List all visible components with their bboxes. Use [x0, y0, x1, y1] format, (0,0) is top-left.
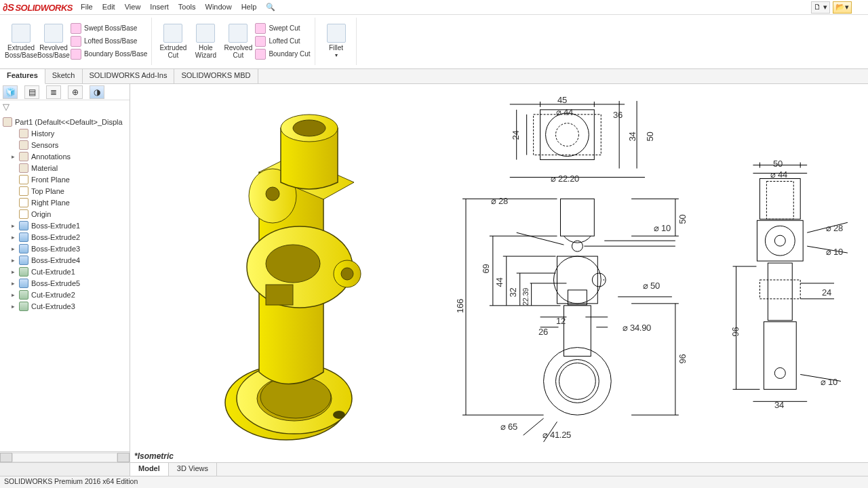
- svg-rect-28: [557, 256, 598, 304]
- svg-point-16: [546, 113, 589, 157]
- lofted-cut-button[interactable]: Lofted Cut: [255, 36, 310, 47]
- svg-point-69: [774, 235, 785, 246]
- tree-item-icon: [19, 232, 28, 242]
- tree-item-icon: [19, 244, 28, 253]
- tree-item[interactable]: ▸Boss-Extrude2: [9, 231, 127, 243]
- ribbon-group-cut: Extruded Cut Hole Wizard Revolved Cut Sw…: [153, 18, 315, 65]
- dim-front-44: 44: [494, 278, 505, 287]
- dim-top-36: 36: [613, 110, 623, 120]
- dim-front-d3490: ⌀ 34.90: [623, 323, 651, 333]
- svg-point-68: [765, 226, 795, 256]
- dim-side-50: 50: [773, 159, 783, 169]
- tree-item[interactable]: History: [9, 127, 127, 139]
- menu-view[interactable]: View: [125, 3, 141, 12]
- feature-tree[interactable]: Part1 (Default<<Default>_Displa HistoryS…: [0, 113, 130, 451]
- dim-front-26: 26: [538, 327, 548, 337]
- svg-rect-65: [760, 179, 800, 220]
- tree-root[interactable]: Part1 (Default<<Default>_Displa: [3, 116, 127, 127]
- boundary-cut-button[interactable]: Boundary Cut: [255, 49, 310, 60]
- viewport[interactable]: *Isometric: [130, 84, 868, 462]
- tree-feature-manager-icon[interactable]: 🧊: [3, 85, 18, 99]
- tree-property-manager-icon[interactable]: ▤: [24, 85, 39, 99]
- revolved-boss-button[interactable]: Revolved Boss/Base: [38, 24, 69, 59]
- tree-item-icon: [19, 186, 28, 196]
- tab-addins[interactable]: SOLIDWORKS Add-Ins: [83, 69, 175, 83]
- tree-item[interactable]: ▸Cut-Extrude1: [9, 266, 127, 277]
- dim-front-96: 96: [677, 354, 688, 364]
- tree-item[interactable]: Top Plane: [9, 185, 127, 197]
- tab-mbd[interactable]: SOLIDWORKS MBD: [174, 69, 258, 83]
- tree-hscroll[interactable]: [0, 451, 130, 462]
- tree-item[interactable]: ▸Boss-Extrude1: [9, 220, 127, 231]
- fillet-button[interactable]: Fillet▾: [321, 24, 352, 59]
- part-icon: [3, 117, 12, 127]
- menu-window[interactable]: Window: [205, 3, 232, 12]
- tree-item[interactable]: Sensors: [9, 139, 127, 150]
- drawing-views: 45 ⌀ 44 36 24 34 50 ⌀ 22.20 ⌀ 28 ⌀ 10 50…: [435, 84, 868, 462]
- tree-item[interactable]: ▸Annotations: [9, 150, 127, 162]
- svg-point-8: [341, 268, 353, 280]
- new-file-button[interactable]: 🗋 ▾: [811, 1, 830, 14]
- dim-front-2239: 22.39: [521, 288, 530, 306]
- dim-front-d10: ⌀ 10: [654, 223, 671, 233]
- tree-item-icon: [19, 140, 28, 150]
- tree-item[interactable]: ▸Boss-Extrude3: [9, 243, 127, 254]
- tab-features[interactable]: Features: [0, 69, 45, 84]
- app-logo: ∂SSOLIDWORKS: [3, 1, 73, 13]
- dim-front-d50: ⌀ 50: [643, 281, 660, 291]
- tree-item[interactable]: Front Plane: [9, 174, 127, 185]
- svg-rect-66: [766, 181, 793, 219]
- svg-rect-71: [760, 280, 800, 299]
- tree-item[interactable]: Origin: [9, 208, 127, 220]
- extruded-cut-button[interactable]: Extruded Cut: [157, 24, 189, 59]
- dim-front-32: 32: [508, 288, 518, 298]
- open-file-button[interactable]: 📂▾: [833, 1, 852, 14]
- bottom-tab-3dviews[interactable]: 3D Views: [169, 463, 217, 476]
- tree-appearance-icon[interactable]: ◑: [90, 85, 104, 99]
- title-bar: ∂SSOLIDWORKS File Edit View Insert Tools…: [0, 0, 868, 15]
- extruded-boss-button[interactable]: Extruded Boss/Base: [5, 24, 37, 59]
- svg-rect-14: [534, 115, 601, 155]
- menu-file[interactable]: File: [81, 3, 93, 12]
- dim-front-d65: ⌀ 65: [500, 422, 517, 432]
- svg-point-35: [559, 363, 595, 400]
- scroll-left-icon[interactable]: [0, 453, 12, 462]
- menu-tools[interactable]: Tools: [178, 3, 196, 12]
- dim-top-45: 45: [557, 95, 567, 105]
- menu-edit[interactable]: Edit: [102, 3, 115, 12]
- menu-insert[interactable]: Insert: [150, 3, 169, 12]
- boundary-boss-button[interactable]: Boundary Boss/Base: [71, 49, 147, 60]
- swept-boss-button[interactable]: Swept Boss/Base: [71, 23, 147, 34]
- tree-item-icon: [19, 221, 28, 230]
- revolved-cut-button[interactable]: Revolved Cut: [222, 24, 254, 59]
- tree-item-icon: [19, 290, 28, 300]
- dim-front-69: 69: [481, 264, 491, 274]
- dim-front-d28: ⌀ 28: [491, 196, 508, 206]
- menu-bar: File Edit View Insert Tools Window Help …: [81, 3, 275, 12]
- tree-item[interactable]: Material: [9, 162, 127, 174]
- swept-cut-button[interactable]: Swept Cut: [255, 23, 310, 34]
- tree-dim-icon[interactable]: ⊕: [68, 85, 83, 99]
- tree-item[interactable]: Right Plane: [9, 197, 127, 208]
- tab-sketch[interactable]: Sketch: [45, 69, 83, 83]
- tree-item[interactable]: ▸Boss-Extrude4: [9, 254, 127, 266]
- view-label: *Isometric: [134, 451, 174, 461]
- tree-item[interactable]: ▸Boss-Extrude5: [9, 277, 127, 289]
- dim-front-166: 166: [455, 299, 465, 313]
- dim-side-34: 34: [774, 400, 784, 410]
- ribbon-group-fillet: Fillet▾: [317, 18, 357, 65]
- tree-configuration-icon[interactable]: ≣: [46, 85, 61, 99]
- dim-top-d44: ⌀ 44: [556, 107, 573, 117]
- menu-help[interactable]: Help: [241, 3, 257, 12]
- svg-point-13: [293, 120, 326, 136]
- tree-item[interactable]: ▸Cut-Extrude2: [9, 289, 127, 300]
- hole-wizard-button[interactable]: Hole Wizard: [190, 24, 221, 59]
- menu-search-icon[interactable]: 🔍: [266, 3, 275, 12]
- bottom-tab-model[interactable]: Model: [130, 463, 169, 476]
- tree-item[interactable]: ▸Cut-Extrude3: [9, 300, 127, 312]
- dim-side-d10: ⌀ 10: [826, 247, 843, 257]
- scroll-right-icon[interactable]: [117, 453, 130, 462]
- lofted-boss-button[interactable]: Lofted Boss/Base: [71, 36, 147, 47]
- svg-point-73: [774, 368, 785, 379]
- filter-icon[interactable]: ▽: [3, 102, 9, 112]
